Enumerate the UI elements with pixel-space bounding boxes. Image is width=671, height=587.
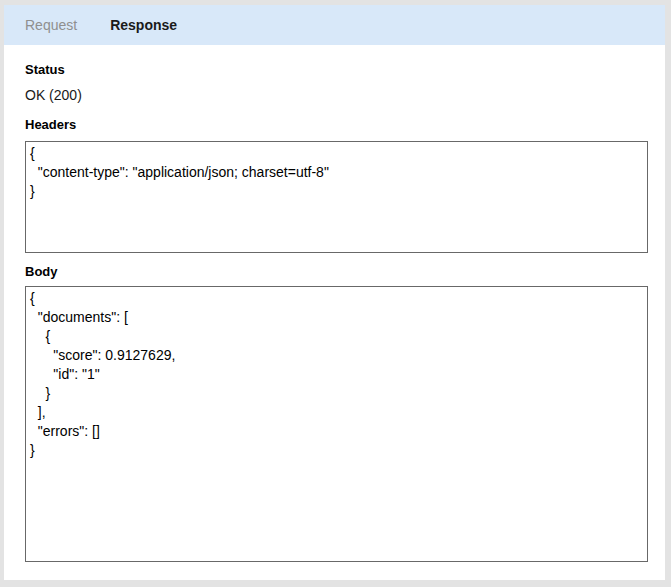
body-textarea[interactable]: { "documents": [ { "score": 0.9127629, "… (25, 286, 648, 562)
api-test-console-panel: Request Response Status OK (200) Headers… (4, 5, 665, 580)
status-label: Status (25, 61, 665, 78)
body-label: Body (25, 263, 665, 280)
status-value: OK (200) (25, 86, 665, 104)
tab-request[interactable]: Request (25, 17, 77, 33)
window-frame: Request Response Status OK (200) Headers… (0, 0, 671, 587)
response-panel: Status OK (200) Headers { "content-type"… (4, 45, 665, 562)
tab-response[interactable]: Response (110, 17, 177, 33)
headers-label: Headers (25, 116, 665, 133)
tab-bar: Request Response (4, 5, 665, 45)
headers-textarea[interactable]: { "content-type": "application/json; cha… (25, 141, 648, 253)
